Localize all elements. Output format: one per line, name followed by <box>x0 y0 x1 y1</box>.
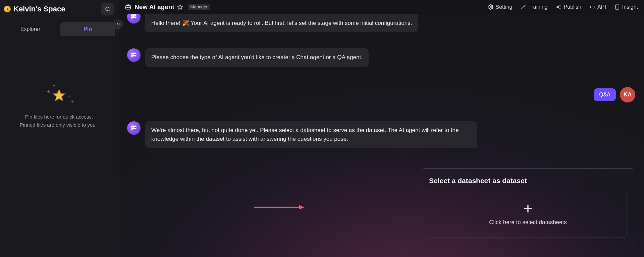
tab-pin[interactable]: Pin <box>60 22 115 36</box>
conversation: Hello there! 🎉 Your AI agent is ready to… <box>118 14 644 257</box>
dropzone-label: Click here to select datasheets <box>489 219 567 226</box>
svg-rect-4 <box>126 5 131 9</box>
page-title: New AI agent <box>135 3 174 11</box>
svg-point-25 <box>135 54 136 55</box>
nav-api-label: API <box>597 4 606 10</box>
app-root: Kelvin's Space Explorer Pin + + + + Pin … <box>0 0 644 257</box>
nav-setting[interactable]: Setting <box>488 4 513 10</box>
nav-publish[interactable]: Publish <box>556 4 581 10</box>
message-text: Hello there! 🎉 Your AI agent is ready to… <box>145 14 418 32</box>
pin-empty-line2: Pinned files are only visible to you~ <box>20 121 99 129</box>
collapse-sidebar-button[interactable] <box>113 19 123 29</box>
search-icon <box>105 6 111 12</box>
sidebar: Kelvin's Space Explorer Pin + + + + Pin … <box>0 0 118 257</box>
search-button[interactable] <box>101 3 114 15</box>
share-icon <box>556 4 562 10</box>
message-user-1: Q&A KA <box>127 87 635 102</box>
wand-icon <box>520 4 526 10</box>
nav-insight[interactable]: Insight <box>614 4 638 10</box>
tab-explorer[interactable]: Explorer <box>3 22 58 36</box>
svg-point-13 <box>559 8 560 9</box>
nav-setting-label: Setting <box>496 4 513 10</box>
message-bot-1: Hello there! 🎉 Your AI agent is ready to… <box>127 14 635 32</box>
sidebar-header: Kelvin's Space <box>0 0 118 18</box>
bot-avatar <box>127 121 141 135</box>
robot-icon <box>124 3 132 11</box>
main: New AI agent Manager Setting Training Pu… <box>118 0 644 257</box>
svg-point-26 <box>132 127 133 128</box>
dataset-panel-wrap: Select a datasheet as dataset Click here… <box>127 168 635 246</box>
user-reply-chip: Q&A <box>594 88 616 101</box>
role-badge: Manager <box>188 4 210 10</box>
star-outline-icon[interactable] <box>177 4 183 10</box>
panel-title: Select a datasheet as dataset <box>429 177 627 185</box>
topbar: New AI agent Manager Setting Training Pu… <box>118 0 644 14</box>
svg-point-24 <box>134 54 135 55</box>
svg-point-23 <box>132 54 133 55</box>
message-bot-3: We're almost there, but not quite done y… <box>127 121 635 148</box>
star-icon <box>52 88 66 102</box>
chat-icon <box>130 124 138 132</box>
svg-line-1 <box>109 10 110 11</box>
select-datasheet-dropzone[interactable]: Click here to select datasheets <box>429 191 627 238</box>
topbar-actions: Setting Training Publish API Insight <box>488 4 638 10</box>
annotation-arrow-icon <box>254 203 304 211</box>
svg-point-28 <box>135 127 136 128</box>
nav-insight-label: Insight <box>622 4 638 10</box>
svg-marker-30 <box>299 205 304 210</box>
user-avatar: KA <box>620 87 635 102</box>
code-icon <box>589 4 595 10</box>
svg-point-27 <box>134 127 135 128</box>
svg-point-12 <box>559 5 560 6</box>
nav-api[interactable]: API <box>589 4 606 10</box>
message-bot-2: Please choose the type of AI agent you'd… <box>127 48 635 67</box>
sidebar-tabs: Explorer Pin <box>1 20 117 38</box>
plus-icon <box>522 203 534 214</box>
svg-line-15 <box>558 7 560 8</box>
document-icon <box>614 4 620 10</box>
svg-point-21 <box>134 16 135 16</box>
sidebar-empty-state: + + + + Pin files here for quick access.… <box>0 38 118 257</box>
svg-point-22 <box>135 16 136 16</box>
bot-avatar <box>127 48 141 62</box>
svg-point-10 <box>490 6 491 8</box>
message-text: We're almost there, but not quite done y… <box>145 121 477 148</box>
svg-point-11 <box>556 6 557 7</box>
workspace-switcher[interactable]: Kelvin's Space <box>4 5 65 13</box>
chat-icon <box>130 14 138 20</box>
svg-line-14 <box>558 6 560 7</box>
title-group: New AI agent Manager <box>124 3 210 11</box>
pin-empty-illustration: + + + + <box>46 85 72 105</box>
svg-point-0 <box>106 7 109 11</box>
gear-icon <box>488 4 494 10</box>
svg-point-6 <box>128 7 129 8</box>
svg-marker-9 <box>177 4 182 9</box>
svg-point-5 <box>127 7 128 8</box>
chevron-left-lines-icon <box>116 22 120 27</box>
workspace-logo-icon <box>4 6 11 12</box>
select-dataset-panel: Select a datasheet as dataset Click here… <box>421 168 635 246</box>
nav-training-label: Training <box>528 4 547 10</box>
message-text: Please choose the type of AI agent you'd… <box>145 48 369 67</box>
pin-empty-line1: Pin files here for quick access. <box>25 113 93 121</box>
bot-avatar <box>127 14 141 24</box>
nav-training[interactable]: Training <box>520 4 547 10</box>
svg-point-20 <box>132 16 133 16</box>
chat-icon <box>130 51 138 59</box>
svg-marker-2 <box>53 90 65 101</box>
nav-publish-label: Publish <box>564 4 581 10</box>
workspace-name: Kelvin's Space <box>13 5 65 13</box>
